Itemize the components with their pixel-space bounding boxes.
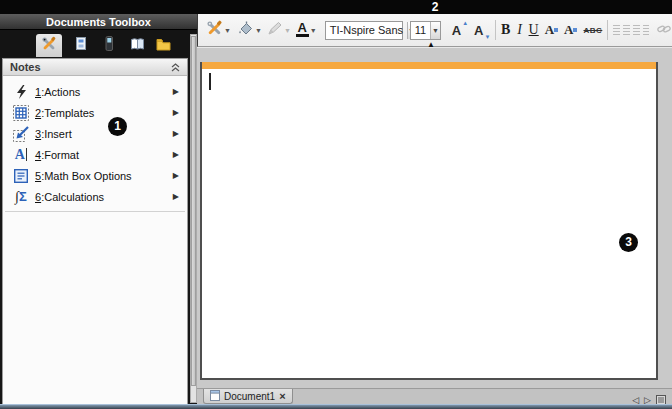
subscript-square-icon [573, 28, 577, 32]
documents-toolbox-title: Documents Toolbox [0, 14, 197, 30]
increase-font-size-button[interactable]: A ▲ [451, 18, 469, 42]
menu-item-format[interactable]: A 4:Format ▶ [3, 144, 187, 165]
page-header-bar [202, 62, 656, 69]
fill-color-icon [237, 20, 254, 40]
decrease-font-size-button[interactable]: A ▼ [473, 18, 491, 42]
menu-separator [5, 211, 185, 212]
application-window: 2 Documents Toolbox [0, 0, 672, 409]
insert-link-button[interactable] [656, 18, 672, 42]
submenu-arrow-icon: ▶ [173, 150, 179, 159]
align-justify-icon[interactable] [643, 25, 650, 36]
page-sorter-icon [74, 36, 89, 55]
line-color-pen-icon [267, 21, 283, 40]
menu-item-label: 2:Templates [35, 107, 173, 119]
scrollbar-thumb[interactable] [191, 36, 196, 386]
font-family-value: TI-Nspire Sans [326, 24, 407, 36]
submenu-arrow-icon: ▶ [173, 87, 179, 96]
text-color-icon: A [296, 23, 309, 37]
font-family-select[interactable]: TI-Nspire Sans ▼ [325, 21, 403, 40]
tab-document-tools[interactable] [36, 34, 62, 57]
document-work-area[interactable]: 3 [197, 47, 672, 388]
notes-panel: Notes 1:Actions ▶ [2, 58, 188, 409]
toolbar-collapse-arrow-icon[interactable]: ▲ [427, 40, 435, 49]
italic-button[interactable]: I [514, 18, 524, 42]
tab-page-sorter[interactable] [68, 34, 94, 57]
submenu-arrow-icon: ▶ [173, 171, 179, 180]
notes-menu: 1:Actions ▶ 2:Templates [3, 76, 187, 212]
tab-utilities[interactable] [124, 34, 150, 57]
sidebar-scrollbar[interactable] [190, 34, 197, 403]
dropdown-caret-icon: ▼ [284, 27, 291, 34]
menu-item-math-box-options[interactable]: 5:Math Box Options ▶ [3, 165, 187, 186]
tab-handheld-smartview[interactable] [96, 34, 122, 57]
dropdown-caret-icon[interactable]: ▼ [430, 22, 440, 39]
triangle-down-icon: ▼ [484, 34, 490, 40]
align-center-icon[interactable] [623, 25, 630, 36]
tab-content-explorer[interactable] [150, 34, 176, 57]
link-icon [657, 21, 671, 39]
collapse-panel-icon[interactable] [171, 58, 180, 76]
utilities-book-icon [130, 37, 145, 55]
menu-item-insert[interactable]: 3:Insert ▶ [3, 123, 187, 144]
dropdown-caret-icon: ▼ [224, 27, 231, 34]
callout-1: 1 [108, 117, 127, 136]
font-size-value: 11 [411, 24, 430, 36]
submenu-arrow-icon: ▶ [173, 108, 179, 117]
bold-button[interactable]: B [500, 18, 511, 42]
text-color-button[interactable]: A ▼ [295, 18, 318, 42]
document-tab[interactable]: Document1 × [203, 389, 293, 404]
tools-icon [206, 20, 223, 41]
format-text-icon: A [12, 147, 30, 163]
dropdown-caret-icon: ▼ [255, 27, 262, 34]
menu-item-actions[interactable]: 1:Actions ▶ [3, 81, 187, 102]
lightning-icon [12, 84, 30, 100]
align-right-icon[interactable] [633, 25, 640, 36]
menu-item-label: 1:Actions [35, 86, 173, 98]
font-size-select[interactable]: 11 ▼ [410, 21, 441, 40]
fill-color-button[interactable]: ▼ [236, 18, 263, 42]
document-page[interactable] [200, 62, 658, 380]
callout-3: 3 [619, 233, 638, 252]
submenu-arrow-icon: ▶ [173, 129, 179, 138]
toolbar-separator [607, 20, 608, 40]
callout-2: 2 [424, 0, 446, 14]
menu-item-label: 6:Calculations [35, 191, 173, 203]
handheld-smartview-icon [102, 36, 116, 55]
window-bottom-edge [0, 404, 672, 409]
menu-item-label: 5:Math Box Options [35, 170, 173, 182]
strikethrough-button[interactable]: ABC [582, 18, 603, 42]
superscript-square-icon [554, 28, 558, 32]
toolbar-separator [495, 20, 496, 40]
document-tab-bar: Document1 × ◁ ▷ [197, 388, 672, 404]
integral-sigma-icon: ∫Σ [12, 189, 30, 205]
notes-panel-header: Notes [3, 59, 187, 76]
superscript-button[interactable]: A [544, 18, 559, 42]
subscript-button[interactable]: A [563, 18, 578, 42]
document-page-icon [210, 387, 220, 405]
submenu-arrow-icon: ▶ [173, 192, 179, 201]
menu-item-templates[interactable]: 2:Templates ▶ [3, 102, 187, 123]
documents-toolbox-sidebar: Documents Toolbox [0, 14, 197, 405]
math-box-icon [12, 168, 30, 184]
templates-grid-icon [12, 105, 30, 121]
close-tab-icon[interactable]: × [279, 391, 285, 401]
dropdown-caret-icon: ▼ [310, 27, 317, 34]
toolbox-tab-strip [0, 30, 197, 57]
content-explorer-folder-icon [156, 37, 171, 55]
line-color-button[interactable]: ▼ [266, 18, 292, 42]
menu-item-label: 4:Format [35, 149, 173, 161]
top-strip: 2 [0, 0, 672, 14]
notes-panel-title: Notes [10, 61, 171, 73]
document-tab-label: Document1 [224, 391, 275, 402]
underline-button[interactable]: U [528, 18, 540, 42]
triangle-up-icon: ▲ [462, 20, 468, 26]
insert-arrow-icon [12, 126, 30, 142]
menu-item-label: 3:Insert [35, 128, 173, 140]
menu-item-calculations[interactable]: ∫Σ 6:Calculations ▶ [3, 186, 187, 207]
document-tools-icon [41, 36, 57, 56]
tools-menu-button[interactable]: ▼ [205, 18, 232, 42]
align-left-icon[interactable] [613, 25, 620, 36]
text-cursor [209, 73, 211, 90]
